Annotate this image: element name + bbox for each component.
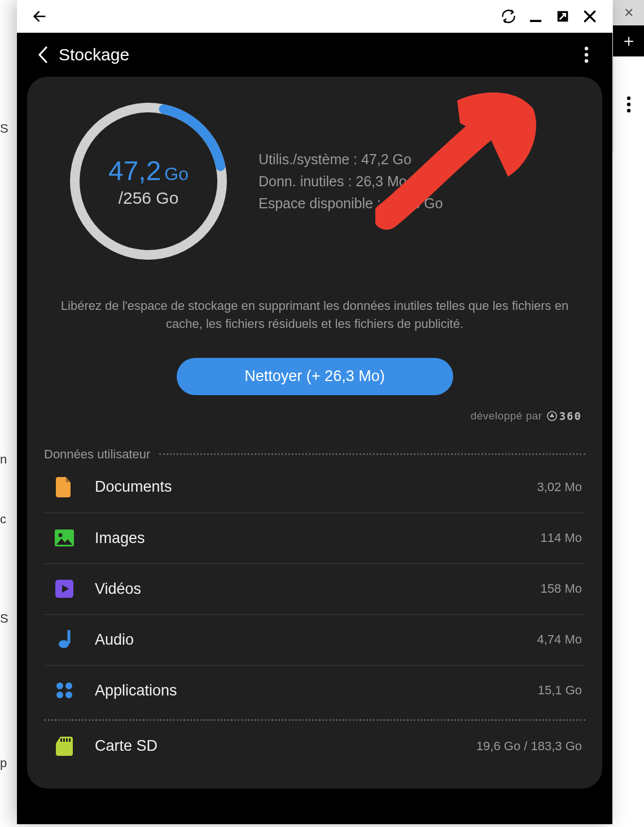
svg-point-17	[59, 533, 63, 537]
item-size: 4,74 Mo	[537, 632, 582, 647]
item-size: 158 Mo	[541, 581, 582, 596]
developed-by: développé par 360	[44, 410, 585, 422]
svg-rect-28	[69, 738, 71, 742]
maximize-icon[interactable]	[550, 4, 575, 29]
image-icon	[54, 528, 75, 548]
svg-point-2	[627, 109, 630, 112]
svg-point-20	[59, 640, 69, 648]
svg-point-0	[627, 97, 630, 100]
item-apps[interactable]: Applications15,1 Go	[44, 665, 585, 716]
svg-marker-15	[550, 413, 554, 417]
more-menu-icon[interactable]	[574, 42, 599, 67]
video-icon	[54, 579, 75, 599]
item-image[interactable]: Images114 Mo	[44, 513, 585, 563]
audio-icon	[54, 629, 75, 650]
item-label: Audio	[95, 631, 517, 649]
used-number: 47,2	[108, 155, 161, 186]
brand-360-icon: 360	[547, 410, 582, 422]
app-window: Stockage 47,2 Go	[17, 0, 612, 824]
item-audio[interactable]: Audio4,74 Mo	[44, 614, 585, 665]
stat-system: Utilis./système : 47,2 Go	[259, 151, 443, 168]
storage-hero: 47,2 Go /256 Go Utilis./système : 47,2 G…	[44, 99, 585, 263]
svg-point-10	[585, 53, 588, 56]
window-titlebar	[17, 0, 612, 33]
svg-rect-4	[530, 20, 541, 22]
rotate-icon[interactable]	[496, 4, 521, 29]
used-value: 47,2 Go	[108, 155, 189, 186]
svg-point-11	[585, 59, 588, 63]
background-more-icon	[613, 96, 644, 113]
divider-dotted-row	[44, 719, 585, 721]
stat-junk: Donn. inutiles : 26,3 Mo	[259, 173, 443, 190]
background-new-tab-icon: ＋	[613, 25, 644, 56]
close-icon[interactable]	[577, 4, 602, 29]
storage-app: Stockage 47,2 Go	[17, 33, 612, 824]
svg-rect-25	[60, 738, 62, 742]
svg-point-1	[627, 103, 630, 106]
page-title: Stockage	[59, 45, 129, 64]
developed-by-label: développé par	[471, 410, 542, 422]
back-chevron-icon[interactable]	[30, 42, 55, 67]
item-size: 19,6 Go / 183,3 Go	[476, 739, 582, 754]
svg-point-22	[65, 682, 72, 689]
item-label: Applications	[95, 682, 518, 699]
item-size: 3,02 Mo	[537, 480, 582, 495]
item-label: Carte SD	[95, 737, 456, 755]
minimize-icon[interactable]	[523, 4, 548, 29]
apps-icon	[54, 680, 75, 701]
item-sd-card[interactable]: Carte SD 19,6 Go / 183,3 Go	[44, 721, 585, 772]
item-document[interactable]: Documents3,02 Mo	[44, 462, 585, 513]
section-user-data: Données utilisateur	[44, 447, 585, 462]
item-label: Vidéos	[95, 580, 520, 598]
brand-text: 360	[559, 410, 582, 422]
used-unit: Go	[164, 164, 189, 185]
app-header: Stockage	[17, 33, 612, 77]
svg-rect-27	[66, 738, 68, 742]
divider-dotted	[159, 453, 585, 455]
back-arrow-icon[interactable]	[27, 4, 52, 29]
svg-rect-26	[63, 738, 65, 742]
stat-free: Espace disponible : 208,8 Go	[259, 195, 443, 212]
sd-card-icon	[54, 736, 75, 756]
document-icon	[54, 477, 75, 497]
svg-point-21	[56, 682, 63, 689]
total-value: /256 Go	[119, 189, 179, 208]
item-label: Images	[95, 530, 520, 547]
item-size: 114 Mo	[541, 531, 582, 545]
background-edge-text: SncSp	[0, 85, 8, 807]
section-label: Données utilisateur	[44, 447, 150, 462]
help-text: Libérez de l'espace de stockage en suppr…	[44, 297, 585, 333]
storage-card: 47,2 Go /256 Go Utilis./système : 47,2 G…	[27, 77, 602, 789]
storage-stats: Utilis./système : 47,2 Go Donn. inutiles…	[259, 151, 443, 212]
svg-point-23	[56, 692, 63, 698]
storage-ring-chart: 47,2 Go /256 Go	[67, 99, 230, 263]
svg-point-24	[65, 692, 72, 698]
category-list: Documents3,02 MoImages114 MoVidéos158 Mo…	[44, 462, 585, 716]
item-video[interactable]: Vidéos158 Mo	[44, 563, 585, 614]
clean-button[interactable]: Nettoyer (+ 26,3 Mo)	[177, 358, 453, 395]
item-label: Documents	[95, 478, 517, 496]
svg-point-9	[585, 47, 588, 50]
item-size: 15,1 Go	[538, 683, 582, 698]
background-tab-close-icon: ✕	[613, 0, 644, 25]
